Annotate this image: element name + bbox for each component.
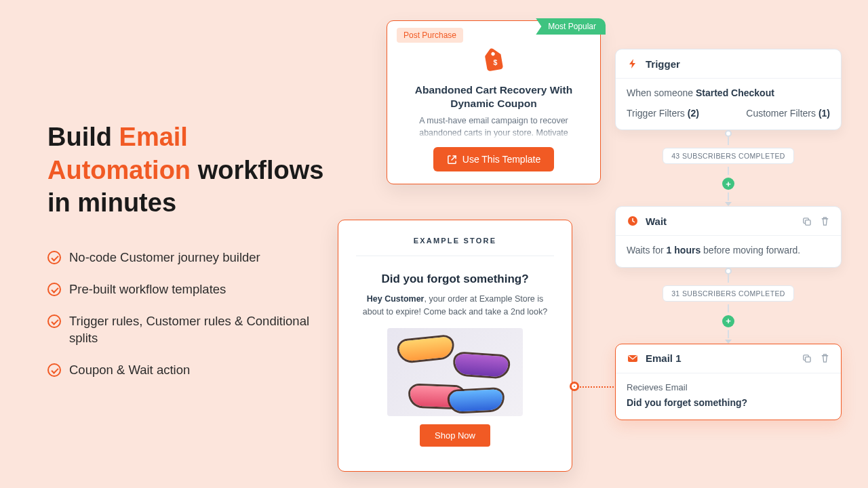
store-name: EXAMPLE STORE <box>356 237 554 256</box>
feature-text: Coupon & Wait action <box>69 362 190 379</box>
feature-item: Pre-built workflow templates <box>47 281 332 298</box>
connector: 31 SUBSCRIBERS COMPLETED + <box>615 268 842 344</box>
subscribers-stat: 31 SUBSCRIBERS COMPLETED <box>663 285 794 302</box>
connector-line <box>574 386 616 388</box>
email-subject: Did you forgot something? <box>356 272 554 286</box>
product-image <box>387 328 523 416</box>
connector-dot-icon <box>570 382 579 391</box>
node-title: Trigger <box>646 58 680 70</box>
email-sub: Recieves Email <box>627 382 830 394</box>
svg-rect-7 <box>806 357 811 363</box>
copy-icon[interactable] <box>802 353 812 363</box>
feature-item: Trigger rules, Customer rules & Conditio… <box>47 313 332 347</box>
shop-now-button[interactable]: Shop Now <box>420 424 490 447</box>
use-template-button[interactable]: Use This Template <box>433 147 554 171</box>
cta-label: Use This Template <box>462 154 540 165</box>
subscribers-stat: 43 SUBSCRIBERS COMPLETED <box>663 148 794 164</box>
category-tag: Post Purchase <box>397 28 463 43</box>
workflow-column: Trigger When someone Started Checkout Tr… <box>615 49 842 420</box>
trash-icon[interactable] <box>820 216 830 226</box>
email-subject-line: Did you forget something? <box>627 397 747 408</box>
price-tag-icon: $ <box>479 48 508 77</box>
copy-icon[interactable] <box>802 216 812 226</box>
external-link-icon <box>447 155 457 165</box>
template-card: Post Purchase Most Popular $ Abandoned C… <box>387 20 601 184</box>
node-title: Email 1 <box>646 352 682 364</box>
feature-item: No-code Customer journey builder <box>47 249 332 266</box>
connector: 43 SUBSCRIBERS COMPLETED + <box>615 130 842 206</box>
mail-icon <box>627 352 639 365</box>
feature-item: Coupon & Wait action <box>47 362 332 379</box>
node-title: Wait <box>646 216 667 227</box>
add-step-button[interactable]: + <box>722 178 734 190</box>
template-title: Abandoned Cart Recovery With Dynamic Cou… <box>399 83 588 110</box>
check-icon <box>47 363 61 377</box>
email-node[interactable]: Email 1 Recieves Email Did you forget so… <box>615 344 842 420</box>
feature-list: No-code Customer journey builder Pre-bui… <box>47 249 332 379</box>
feature-text: Trigger rules, Customer rules & Conditio… <box>69 313 332 347</box>
feature-text: No-code Customer journey builder <box>69 249 260 266</box>
check-icon <box>47 251 61 264</box>
wait-node[interactable]: Wait Waits for 1 hours before moving for… <box>615 206 842 268</box>
bolt-icon <box>627 58 639 70</box>
check-icon <box>47 314 61 328</box>
popular-ribbon: Most Popular <box>536 18 606 35</box>
check-icon <box>47 283 61 296</box>
wait-description: Waits for 1 hours before moving forward. <box>616 236 841 267</box>
svg-rect-4 <box>806 220 811 225</box>
trigger-node[interactable]: Trigger When someone Started Checkout Tr… <box>615 49 842 130</box>
feature-text: Pre-built workflow templates <box>69 281 226 298</box>
add-step-button[interactable]: + <box>722 315 734 327</box>
customer-filters: Customer Filters (1) <box>746 107 830 121</box>
svg-text:$: $ <box>493 58 497 66</box>
template-description: A must-have email campaign to recover ab… <box>399 115 588 140</box>
clock-icon <box>627 215 639 227</box>
email-body: Hey Customer, your order at Example Stor… <box>356 293 554 319</box>
trigger-filters: Trigger Filters (2) <box>627 107 699 121</box>
email-preview-card: EXAMPLE STORE Did you forgot something? … <box>338 220 572 472</box>
hero-headline: Build Email Automation workflows in minu… <box>47 121 332 220</box>
trash-icon[interactable] <box>820 353 830 363</box>
